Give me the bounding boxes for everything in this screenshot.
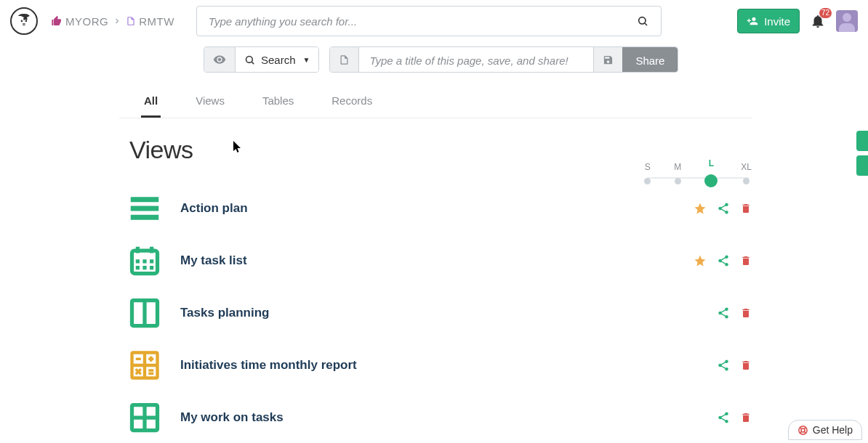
view-title: Tasks planning [180,306,270,320]
size-xl[interactable]: XL [741,162,752,184]
help-button[interactable]: Get Help [788,420,862,440]
list-icon [129,193,160,224]
share-icon[interactable] [717,254,730,267]
breadcrumb-org[interactable]: MYORG [65,15,108,28]
trash-icon[interactable] [740,255,752,267]
svg-point-4 [246,56,253,62]
side-tab-1[interactable] [856,131,868,151]
profile-avatar[interactable] [10,7,38,35]
content-tabs: All Views Tables Records [119,94,752,118]
size-slider[interactable]: S M L XL [644,158,752,187]
views-list: Action plan My task list Tasks planning [129,193,752,433]
svg-rect-17 [150,266,153,269]
page-template-button[interactable] [330,47,359,72]
view-row[interactable]: Initiatives time monthly report [129,350,752,381]
columns-icon [129,298,160,328]
svg-rect-7 [131,206,159,211]
search-dropdown-button[interactable]: Search ▼ [236,47,318,72]
view-actions [717,306,752,320]
invite-button[interactable]: Invite [737,9,800,33]
svg-rect-12 [136,259,140,263]
search-icon [244,54,255,65]
svg-line-37 [800,431,802,434]
star-icon[interactable] [694,202,707,215]
view-title: Action plan [180,201,248,216]
toolbar-row: Search ▼ Share [0,36,868,73]
search-input[interactable] [196,6,662,36]
trash-icon[interactable] [740,307,752,319]
breadcrumb: MYORG RMTW [51,15,174,28]
file-icon [126,16,136,26]
chevron-right-icon [111,17,123,25]
svg-point-2 [638,17,645,24]
size-l[interactable]: L [704,158,718,187]
view-actions [717,359,752,372]
svg-rect-13 [142,259,146,263]
size-m[interactable]: M [674,162,681,184]
share-icon[interactable] [717,306,730,320]
user-avatar[interactable] [836,10,858,32]
file-icon [339,54,350,65]
notification-count-badge: 72 [819,8,832,18]
view-row[interactable]: Action plan [129,193,752,224]
search-icon[interactable] [630,6,656,36]
trash-icon[interactable] [740,412,752,423]
share-icon[interactable] [717,359,730,372]
tab-all[interactable]: All [141,94,161,118]
view-search-group: Search ▼ [204,46,319,73]
view-row[interactable]: My task list [129,245,752,276]
eye-icon [213,53,226,66]
tab-tables[interactable]: Tables [260,94,297,118]
cursor-icon [233,141,243,154]
global-search [196,6,662,36]
svg-line-38 [804,431,806,434]
tab-records[interactable]: Records [329,94,375,118]
trash-icon[interactable] [740,203,752,214]
svg-point-0 [21,20,23,23]
svg-line-35 [800,427,802,429]
trash-icon[interactable] [740,359,752,371]
tab-views[interactable]: Views [193,94,228,118]
svg-line-36 [804,427,806,429]
lifebuoy-icon [797,425,808,436]
save-icon [603,54,614,65]
view-row[interactable]: Tasks planning [129,298,752,328]
star-icon[interactable] [694,254,707,267]
svg-line-5 [252,62,254,64]
svg-rect-14 [150,259,153,263]
share-icon[interactable] [717,411,730,424]
view-title: Initiatives time monthly report [180,358,357,373]
share-icon[interactable] [717,202,730,215]
top-bar: MYORG RMTW Invite 72 [0,0,868,36]
view-actions [717,411,752,424]
view-row[interactable]: My work on tasks [129,402,752,433]
caret-down-icon: ▼ [303,56,310,64]
side-tab-2[interactable] [856,155,868,176]
svg-rect-8 [131,215,159,220]
grid-icon [129,402,160,433]
svg-line-3 [645,23,647,25]
top-right-actions: Invite 72 [737,9,858,33]
svg-rect-6 [131,197,159,202]
notifications-button[interactable]: 72 [810,13,826,29]
calendar-icon [129,245,160,276]
side-tabs [856,131,868,176]
view-title: My work on tasks [180,410,284,425]
face-icon [15,12,33,30]
svg-point-1 [25,20,28,23]
svg-point-34 [801,428,805,432]
visibility-toggle[interactable] [204,47,236,72]
svg-rect-10 [136,247,140,253]
svg-rect-15 [136,266,140,269]
view-actions [694,202,752,215]
user-plus-icon [747,15,758,27]
save-page-button[interactable] [593,47,622,72]
breadcrumb-page[interactable]: RMTW [139,15,174,28]
svg-rect-16 [142,266,146,269]
view-title: My task list [180,253,247,268]
formula-grid-icon [129,350,160,381]
size-s[interactable]: S [644,162,651,184]
page-title-input[interactable] [359,47,593,73]
svg-rect-11 [150,247,153,253]
share-button[interactable]: Share [622,47,678,73]
